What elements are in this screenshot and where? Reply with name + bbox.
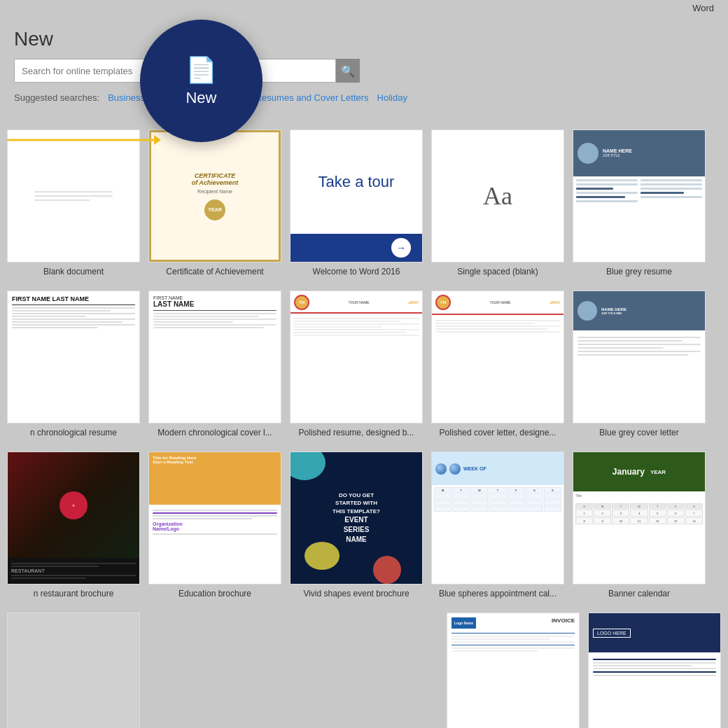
template-label-blue-grey-cover: Blue grey cover letter — [599, 428, 678, 438]
single-aa: Aa — [483, 181, 512, 211]
vivid-text: DO YOU GETSTARTED WITHTHIS TEMPLATE? EVE… — [332, 491, 380, 545]
template-thumb-polished-resume: YN YOUR NAME ●MOO — [290, 290, 423, 424]
template-item-blue-grey-resume[interactable]: NAME HERE JOB TITLE — [573, 130, 706, 276]
suggested-searches: Suggested searches: Business Cards Flyer… — [14, 92, 714, 103]
search-row: 🔍 — [14, 59, 714, 83]
cert-title: CERTIFICATEof Achievement — [192, 172, 239, 186]
spheres-title: WEEK OF — [463, 466, 486, 471]
row4-placeholder-1 — [8, 613, 139, 728]
template-thumb-single: Aa — [431, 130, 564, 262]
template-thumb-blue-grey-cover: NAME HERE JOB TITLE MIN — [573, 290, 706, 424]
vivid-blob1 — [290, 452, 326, 480]
invoice-logo: Logo Name — [451, 617, 476, 629]
polished-avatar: YN — [294, 295, 309, 310]
polished-name: YOUR NAME — [348, 300, 369, 304]
template-label-blue-grey-resume: Blue grey resume — [606, 267, 672, 276]
sphere-icon — [435, 463, 447, 475]
template-row-3: × RESTAURANT n restaurant brochure — [7, 451, 721, 598]
template-item-spheres[interactable]: WEEK OF M T W T F S S — [431, 451, 564, 598]
template-label-vivid: Vivid shapes event brochure — [303, 589, 409, 598]
suggested-holiday[interactable]: Holiday — [377, 92, 407, 103]
template-thumb-education: Title for Reading HereStart a Reading Te… — [148, 451, 281, 584]
rest-circle: × — [59, 491, 88, 519]
template-label-chron: n chronological resume — [30, 428, 117, 438]
template-thumb-tour: Take a tour → — [290, 130, 423, 262]
template-label-modern-chron: Modern chronological cover l... — [158, 428, 272, 438]
template-label-education: Education brochure — [178, 589, 251, 598]
gap-1 — [148, 612, 289, 728]
cover-name: NAME HERE JOB TITLE MIN — [601, 307, 626, 315]
template-thumb-spheres: WEEK OF M T W T F S S — [431, 451, 564, 584]
template-row-4: Logo Name INVOICE LOGO — [7, 612, 721, 728]
template-item-tour[interactable]: Take a tour → Welcome to Word 2016 — [290, 130, 423, 276]
template-item-blue-grey-cover[interactable]: NAME HERE JOB TITLE MIN Blue grey cover — [573, 290, 706, 438]
template-item-polished-resume[interactable]: YN YOUR NAME ●MOO Polished res — [290, 290, 423, 438]
template-item-modern-chron[interactable]: FIRST NAME LAST NAME Modern chronologica… — [148, 290, 281, 438]
template-item-certificate[interactable]: CERTIFICATEof Achievement Recipient Name… — [148, 130, 281, 276]
suggested-business[interactable]: Business — [108, 92, 145, 103]
cover-avatar — [578, 301, 597, 321]
template-label-restaurant: n restaurant brochure — [34, 589, 114, 598]
invoice-title: INVOICE — [552, 617, 575, 624]
template-label-tour: Welcome to Word 2016 — [313, 267, 400, 276]
app-name: Word — [692, 3, 714, 13]
template-item-vivid[interactable]: DO YOU GETSTARTED WITHTHIS TEMPLATE? EVE… — [290, 451, 423, 598]
template-thumb-restaurant: × RESTAURANT — [7, 451, 140, 584]
pc-avatar: YN — [435, 295, 451, 310]
template-label-blank: Blank document — [43, 267, 104, 276]
template-label-banner: Banner calendar — [608, 589, 670, 598]
modern-name: FIRST NAME — [153, 295, 276, 300]
template-label-single: Single spaced (blank) — [457, 267, 538, 276]
template-item-chron[interactable]: FIRST NAME LAST NAME n chronological res… — [7, 290, 140, 438]
pc-name: YOUR NAME — [489, 300, 510, 304]
template-label-polished-cover: Polished cover letter, designe... — [440, 428, 556, 438]
template-label-polished-resume: Polished resume, designed b... — [299, 428, 414, 438]
template-thumb-certificate: CERTIFICATEof Achievement Recipient Name… — [148, 130, 281, 262]
banner-grid: S M T W T F S 1 2 3 4 5 6 7 8 — [573, 501, 705, 526]
template-thumb-polished-cover: YN YOUR NAME ●MOO — [431, 290, 564, 424]
search-button[interactable]: 🔍 — [336, 59, 360, 83]
sphere-icon-2 — [449, 463, 461, 475]
banner-month: January — [612, 467, 645, 477]
tour-arrow-icon: → — [391, 238, 411, 258]
cert-body: Recipient Name — [197, 189, 232, 194]
vivid-blob3 — [373, 556, 401, 584]
spheres-grid: M T W T F S S — [432, 485, 564, 514]
arrow-indicator — [0, 130, 161, 153]
template-thumb-vivid: DO YOU GETSTARTED WITHTHIS TEMPLATE? EVE… — [290, 451, 423, 584]
template-label-certificate: Certificate of Achievement — [166, 267, 263, 276]
vivid-blob2 — [304, 542, 340, 570]
suggested-label: Suggested searches: — [14, 92, 99, 103]
svg-marker-0 — [154, 135, 161, 145]
template-thumb-banner: January YEAR Title S M T W T F S 1 — [573, 451, 706, 584]
new-template-badge[interactable]: 📄 New — [140, 20, 262, 142]
template-item-logo-here[interactable]: LOGO HERE — [588, 612, 721, 728]
template-item-row4-1[interactable] — [7, 612, 140, 728]
template-thumb-modern-chron: FIRST NAME LAST NAME — [148, 290, 281, 424]
top-bar: Word — [448, 0, 728, 15]
gap-2 — [298, 612, 438, 728]
template-row-2: FIRST NAME LAST NAME n chronological res… — [7, 290, 721, 438]
template-grid: Blank document CERTIFICATEof Achievement… — [0, 130, 728, 728]
suggested-resumes[interactable]: Resumes and Cover Letters — [255, 92, 369, 103]
logo-placeholder: LOGO HERE — [593, 629, 631, 638]
new-badge-label: New — [186, 89, 216, 107]
template-item-invoice[interactable]: Logo Name INVOICE — [447, 612, 580, 728]
edu-header-text: Title for Reading HereStart a Reading Te… — [153, 456, 196, 464]
template-thumb-blue-grey-resume: NAME HERE JOB TITLE — [573, 130, 706, 262]
pc-logo: ●MOO — [550, 300, 560, 304]
cert-seal: YEAR — [204, 200, 225, 220]
polished-logo: ●MOO — [408, 300, 419, 304]
template-thumb-chron: FIRST NAME LAST NAME — [7, 290, 140, 424]
template-label-spheres: Blue spheres appointment cal... — [439, 589, 556, 598]
template-item-education[interactable]: Title for Reading HereStart a Reading Te… — [148, 451, 281, 598]
template-item-restaurant[interactable]: × RESTAURANT n restaurant brochure — [7, 451, 140, 598]
template-thumb-logo-here: LOGO HERE — [588, 612, 721, 728]
template-item-polished-cover[interactable]: YN YOUR NAME ●MOO Polished cover letter,… — [431, 290, 564, 438]
tour-text: Take a tour — [318, 173, 395, 191]
template-item-single[interactable]: Aa Single spaced (blank) — [431, 130, 564, 276]
template-item-banner[interactable]: January YEAR Title S M T W T F S 1 — [573, 451, 706, 598]
resume-avatar — [578, 143, 598, 164]
resume-name: NAME HERE JOB TITLE — [603, 148, 632, 158]
banner-title-row: Title — [575, 493, 703, 498]
